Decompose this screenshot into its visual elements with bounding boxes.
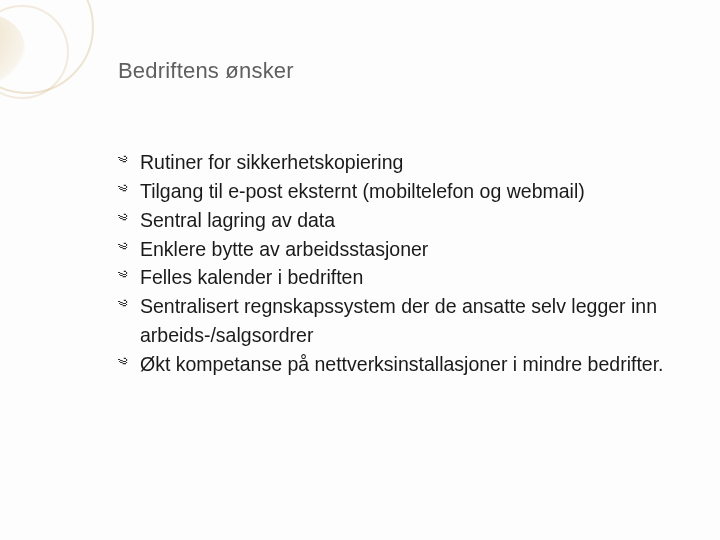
list-item: ༄ Enklere bytte av arbeidsstasjoner	[118, 235, 680, 264]
bullet-icon: ༄	[118, 350, 140, 378]
slide-title: Bedriftens ønsker	[118, 58, 294, 84]
list-item-text: Sentralisert regnskapssystem der de ansa…	[140, 292, 680, 350]
list-item: ༄ Felles kalender i bedriften	[118, 263, 680, 292]
list-item: ༄ Sentral lagring av data	[118, 206, 680, 235]
list-item-text: Felles kalender i bedriften	[140, 263, 680, 292]
bullet-icon: ༄	[118, 148, 140, 176]
list-item-text: Tilgang til e-post eksternt (mobiltelefo…	[140, 177, 680, 206]
list-item-text: Rutiner for sikkerhetskopiering	[140, 148, 680, 177]
list-item-text: Økt kompetanse på nettverksinstallasjone…	[140, 350, 680, 379]
list-item: ༄ Tilgang til e-post eksternt (mobiltele…	[118, 177, 680, 206]
list-item-text: Enklere bytte av arbeidsstasjoner	[140, 235, 680, 264]
bullet-icon: ༄	[118, 263, 140, 291]
bullet-icon: ༄	[118, 177, 140, 205]
list-item-text: Sentral lagring av data	[140, 206, 680, 235]
list-item: ༄ Økt kompetanse på nettverksinstallasjo…	[118, 350, 680, 379]
bullet-icon: ༄	[118, 292, 140, 320]
bullet-icon: ༄	[118, 206, 140, 234]
bullet-icon: ༄	[118, 235, 140, 263]
list-item: ༄ Sentralisert regnskapssystem der de an…	[118, 292, 680, 350]
slide-body: ༄ Rutiner for sikkerhetskopiering ༄ Tilg…	[118, 148, 680, 379]
list-item: ༄ Rutiner for sikkerhetskopiering	[118, 148, 680, 177]
slide: Bedriftens ønsker ༄ Rutiner for sikkerhe…	[0, 0, 720, 540]
